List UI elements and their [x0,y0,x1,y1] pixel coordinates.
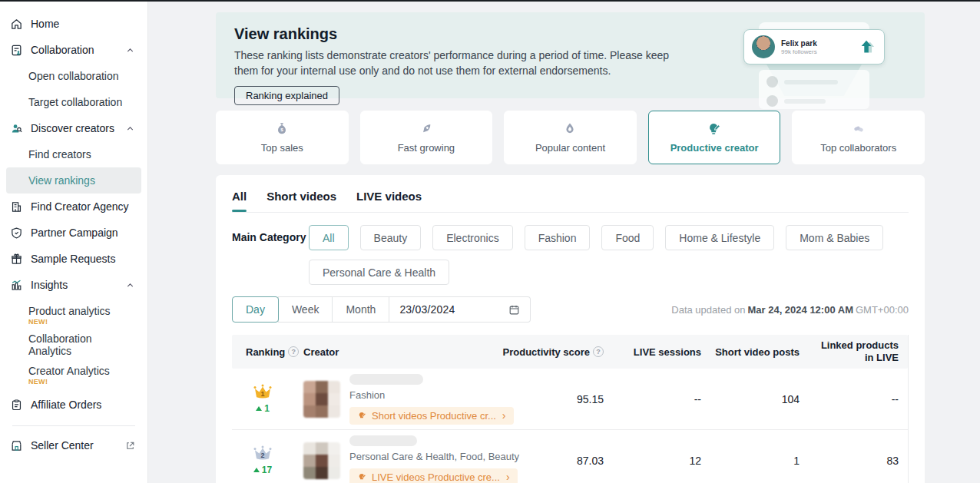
sidebar-item-collaboration-analytics[interactable]: Collaboration Analytics [0,332,147,358]
rankings-banner: View rankings These ranking lists demons… [216,12,925,98]
sidebar-item-affiliate-orders[interactable]: Affiliate Orders [0,392,147,418]
sidebar-item-label: Target collaboration [28,96,122,108]
sidebar-item-seller-center[interactable]: Seller Center [0,432,147,458]
column-header-productivity-score: Productivity score ? [485,346,613,358]
short-video-posts-value: 1 [710,455,809,467]
creator-achievement-badge[interactable]: Short videos Productive cr... › [349,407,514,425]
creator-name: Felix park [781,38,817,48]
period-week-button[interactable]: Week [278,296,333,323]
creator-achievement-badge[interactable]: LIVE videos Productive cre... › [349,468,518,483]
category-chip-beauty[interactable]: Beauty [360,225,422,250]
tab-all[interactable]: All [232,190,247,203]
category-chip-all[interactable]: All [309,225,349,250]
category-chip-personal-care-health[interactable]: Personal Care & Health [309,260,449,285]
period-segmented-control: Day Week Month [232,296,389,323]
short-video-posts-value: 104 [710,393,809,405]
sidebar-item-discover-creators[interactable]: Discover creators [0,115,147,141]
category-chip-mom-babies[interactable]: Mom & Babies [786,225,883,250]
category-chip-food[interactable]: Food [601,225,654,250]
rankings-table: Ranking ? Creator Productivity score ? L… [232,335,909,483]
ranking-type-label: Top sales [261,142,303,154]
rank-change: 17 [253,465,272,475]
sidebar-item-label: Insights [31,279,68,291]
content-tabs: All Short videos LIVE videos [232,190,909,213]
blurred-avatar [303,381,340,418]
calendar-icon [508,304,520,316]
sidebar-item-find-creator-agency[interactable]: Find Creator Agency [0,194,147,220]
sidebar-item-home[interactable]: Home [0,11,147,37]
ranking-type-top-collaborators[interactable]: Top collaborators [792,111,925,164]
agency-icon [10,200,23,213]
rank-number: 2 [253,452,273,459]
blurred-creator-name [349,435,417,446]
sidebar-item-target-collaboration[interactable]: Target collaboration [0,89,147,115]
ranking-type-fast-growing[interactable]: Fast growing [360,111,493,164]
sidebar-item-open-collaboration[interactable]: Open collaboration [0,63,147,89]
tab-live-videos[interactable]: LIVE videos [356,190,422,203]
help-icon[interactable]: ? [593,346,604,357]
creator-categories: Fashion [349,389,385,401]
table-row[interactable]: 1 1 Fashion Short videos Productive [232,369,908,430]
ranking-explained-button[interactable]: Ranking explained [234,86,339,105]
sidebar-item-label: Find Creator Agency [31,200,129,213]
up-triangle-icon [256,406,262,411]
ranking-type-label: Top collaborators [820,142,896,154]
sidebar-item-find-creators[interactable]: Find creators [0,141,147,167]
data-updated-text: Data updated onMar 24, 2024 12:00 AMGMT+… [671,304,909,316]
ranking-type-label: Productive creator [670,142,759,154]
ranking-type-popular-content[interactable]: Popular content [504,111,637,164]
sidebar-item-collaboration[interactable]: Collaboration [0,37,147,63]
sidebar-item-label: Seller Center [31,439,94,452]
sidebar-item-label: Home [31,18,59,30]
table-header: Ranking ? Creator Productivity score ? L… [232,335,908,369]
creator-cell[interactable]: Personal Care & Health, Food, Beauty LIV… [293,435,485,483]
up-triangle-icon [253,468,260,472]
period-month-button[interactable]: Month [332,296,389,323]
ranking-type-label: Fast growing [398,142,455,154]
rank-cell: 1 1 [232,384,293,414]
blurred-creator-name [349,374,423,385]
live-sessions-value: 12 [613,455,710,467]
insights-icon [10,279,23,292]
category-chips: All Beauty Electronics Fashion Food Home… [309,225,909,285]
ranking-type-top-sales[interactable]: $ Top sales [216,111,349,164]
banner-illustration: Felix park 99k followers [743,22,885,98]
sidebar-item-label: Affiliate Orders [31,399,101,411]
date-picker[interactable]: 23/03/2024 [389,296,531,323]
svg-text:$: $ [281,127,284,132]
creator-followers: 99k followers [781,48,817,55]
gold-crown-icon: 1 [253,384,273,401]
sidebar-item-view-rankings[interactable]: View rankings [6,167,141,194]
rank-cell: 2 17 [232,445,293,475]
sidebar-item-product-analytics[interactable]: Product analytics NEW! [0,298,147,332]
sidebar-item-creator-analytics[interactable]: Creator Analytics NEW! [0,358,147,392]
ranking-type-label: Popular content [535,142,605,154]
column-header-creator: Creator [293,346,485,358]
sidebar-item-label: Creator Analytics [28,365,110,377]
category-chip-electronics[interactable]: Electronics [432,225,512,250]
bulb-pencil-icon [357,472,367,482]
collaboration-icon [10,44,23,57]
creator-cell[interactable]: Fashion Short videos Productive cr... › [293,374,485,425]
ranking-type-cards: $ Top sales Fast growing Popular content… [216,111,925,164]
rank-change: 1 [256,403,270,414]
period-day-button[interactable]: Day [232,296,279,323]
sidebar: Home Collaboration Open collaboration Ta… [0,2,148,483]
date-value: 23/03/2024 [399,303,455,316]
avatar [752,35,775,58]
bulb-pencil-icon [357,411,367,421]
sidebar-item-insights[interactable]: Insights [0,272,147,298]
tab-short-videos[interactable]: Short videos [267,190,336,203]
category-chip-fashion[interactable]: Fashion [525,225,591,250]
chevron-up-icon [125,124,135,134]
external-link-icon [125,441,135,451]
illustration-list [759,70,869,109]
ranking-type-productive-creator[interactable]: Productive creator [648,111,781,164]
category-chip-home-lifestyle[interactable]: Home & Lifestyle [665,225,774,250]
category-filter-row: Main Category All Beauty Electronics Fas… [232,225,909,285]
sidebar-item-partner-campaign[interactable]: Partner Campaign [0,220,147,246]
table-row[interactable]: 2 17 Personal Care & Health, Food, Beaut… [232,430,908,483]
sidebar-item-label: Sample Requests [31,253,116,265]
sidebar-item-label: Discover creators [31,122,114,134]
sidebar-item-sample-requests[interactable]: Sample Requests [0,246,147,272]
